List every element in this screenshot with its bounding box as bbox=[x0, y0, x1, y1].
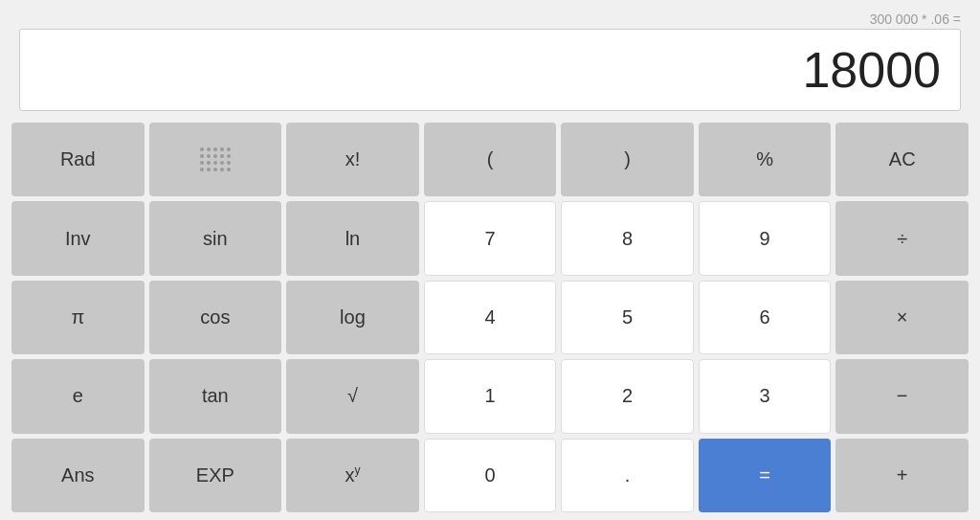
one-button[interactable]: 1 bbox=[424, 359, 557, 433]
sqrt-button[interactable]: √ bbox=[286, 359, 419, 433]
sin-button[interactable]: sin bbox=[149, 201, 282, 275]
calculator: 300 000 * .06 = 18000 Rad x! ( ) % bbox=[0, 0, 980, 520]
factorial-button[interactable]: x! bbox=[286, 123, 419, 196]
tan-button[interactable]: tan bbox=[149, 359, 282, 433]
multiply-button[interactable]: × bbox=[835, 281, 969, 354]
rad-button[interactable]: Rad bbox=[11, 123, 145, 196]
eight-button[interactable]: 8 bbox=[561, 201, 694, 275]
decimal-button[interactable]: . bbox=[561, 439, 694, 512]
open-paren-button[interactable]: ( bbox=[424, 123, 557, 196]
three-button[interactable]: 3 bbox=[699, 359, 832, 433]
cos-button[interactable]: cos bbox=[149, 281, 282, 354]
ans-button[interactable]: Ans bbox=[11, 439, 145, 512]
pi-button[interactable]: π bbox=[11, 281, 145, 354]
zero-button[interactable]: 0 bbox=[424, 439, 557, 512]
plus-button[interactable]: + bbox=[835, 439, 969, 512]
log-button[interactable]: log bbox=[286, 281, 419, 354]
clear-button[interactable]: AC bbox=[835, 123, 969, 196]
equals-button[interactable]: = bbox=[699, 439, 832, 512]
two-button[interactable]: 2 bbox=[561, 359, 694, 433]
inv-button[interactable]: Inv bbox=[11, 201, 145, 275]
power-label: xy bbox=[345, 463, 360, 486]
power-button[interactable]: xy bbox=[286, 439, 419, 512]
expression-display: 300 000 * .06 = bbox=[870, 11, 961, 27]
seven-button[interactable]: 7 bbox=[424, 201, 557, 275]
five-button[interactable]: 5 bbox=[561, 281, 694, 354]
divide-button[interactable]: ÷ bbox=[835, 201, 969, 275]
minus-button[interactable]: − bbox=[835, 359, 969, 433]
display-area: 300 000 * .06 = 18000 bbox=[11, 8, 969, 123]
ln-button[interactable]: ln bbox=[286, 201, 419, 275]
euler-button[interactable]: e bbox=[11, 359, 145, 433]
nine-button[interactable]: 9 bbox=[699, 201, 832, 275]
four-button[interactable]: 4 bbox=[424, 281, 557, 354]
six-button[interactable]: 6 bbox=[699, 281, 832, 354]
exp-button[interactable]: EXP bbox=[149, 439, 282, 512]
percent-button[interactable]: % bbox=[699, 123, 832, 196]
result-display: 18000 bbox=[19, 29, 961, 111]
dots-button[interactable] bbox=[149, 123, 282, 196]
buttons-grid: Rad x! ( ) % AC Inv si bbox=[11, 123, 969, 512]
close-paren-button[interactable]: ) bbox=[561, 123, 694, 196]
